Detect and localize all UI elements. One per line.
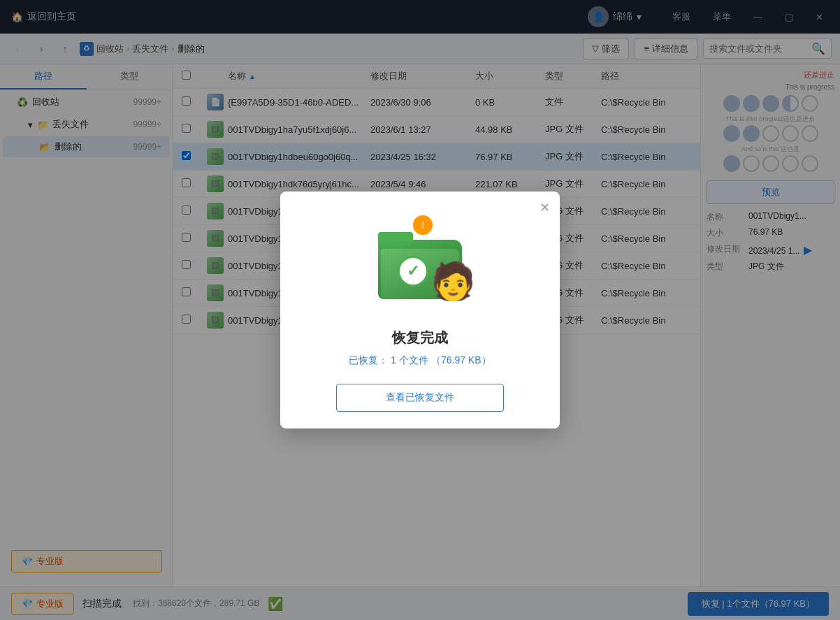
recovery-complete-modal: ✕ ! ✓ 🧑 恢复完成 已恢复： 1 个文件 （76.97 KB） 查看已恢复… (280, 192, 560, 428)
modal-desc-prefix: 已恢复： (349, 354, 388, 366)
modal-desc: 已恢复： 1 个文件 （76.97 KB） (349, 354, 491, 367)
modal-overlay[interactable]: ✕ ! ✓ 🧑 恢复完成 已恢复： 1 个文件 （76.97 KB） 查看已恢复… (0, 0, 840, 620)
check-circle: ✓ (398, 256, 428, 287)
modal-title: 恢复完成 (392, 329, 448, 347)
folder-tab (378, 232, 413, 242)
modal-desc-suffix: （76.97 KB） (431, 354, 491, 366)
view-restored-button[interactable]: 查看已恢复文件 (336, 384, 504, 412)
person-figure: 🧑 (430, 263, 476, 299)
modal-close-button[interactable]: ✕ (540, 200, 550, 215)
modal-illustration: ! ✓ 🧑 (364, 208, 476, 320)
notification-badge: ! (413, 215, 433, 235)
folder-illustration: ! ✓ 🧑 (371, 215, 469, 299)
modal-desc-highlight: 1 个文件 (391, 354, 428, 366)
